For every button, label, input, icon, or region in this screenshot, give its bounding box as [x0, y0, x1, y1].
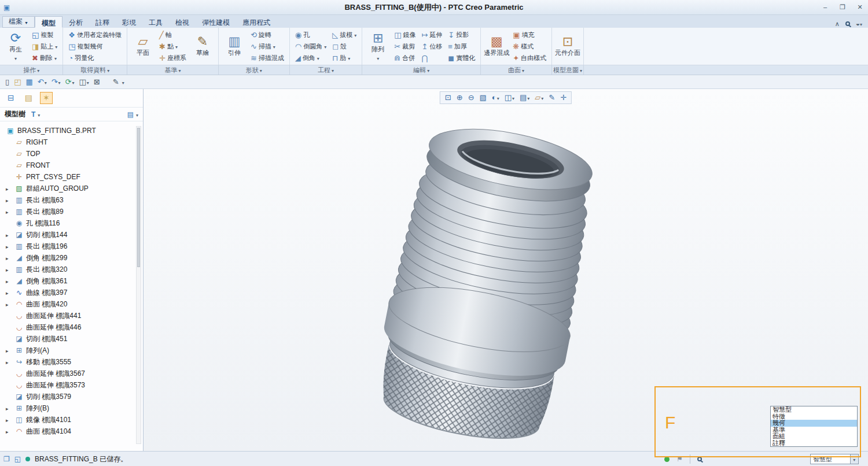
thicken-button[interactable]: 加厚 — [446, 40, 477, 52]
group-label-shapes[interactable]: 形狀 — [219, 65, 290, 75]
repaint-button[interactable] — [478, 93, 488, 102]
shell-button[interactable]: 殼 — [330, 40, 359, 52]
tree-item[interactable]: 陣列(B) — [6, 402, 143, 414]
tree-item[interactable]: 移動 標識3555 — [6, 356, 143, 368]
navigator-toggle-icon[interactable] — [3, 455, 10, 463]
close-button[interactable] — [855, 3, 865, 11]
window-manager-button[interactable] — [78, 77, 91, 87]
group-label-get-data[interactable]: 取得資料 — [63, 65, 127, 75]
tree-item[interactable]: 長出 標識63 — [6, 194, 143, 206]
zoom-in-button[interactable] — [455, 93, 465, 102]
draft-button[interactable]: 拔模 — [330, 29, 359, 40]
axis-button[interactable]: 軸 — [157, 29, 189, 40]
tree-item[interactable]: 長出 標識196 — [6, 241, 143, 252]
minimize-button[interactable] — [821, 3, 830, 11]
chamfer-button[interactable]: 倒角 — [293, 52, 329, 64]
expand-arrow-icon[interactable] — [6, 242, 12, 250]
group-label-model-intent[interactable]: 模型意圖 — [552, 65, 584, 75]
expand-arrow-icon[interactable] — [6, 416, 12, 424]
ribbon-tab[interactable]: 分析 — [62, 16, 89, 28]
expand-arrow-icon[interactable] — [6, 184, 12, 193]
group-label-datum[interactable]: 基準 — [127, 65, 219, 75]
ribbon-tab[interactable]: 彩現 — [116, 16, 142, 28]
extrude-button[interactable]: 引伸 — [222, 29, 247, 64]
redo-button[interactable] — [50, 77, 62, 87]
expand-arrow-icon[interactable] — [6, 231, 12, 239]
expand-arrow-icon[interactable] — [6, 277, 12, 285]
tree-item[interactable]: 曲線 標識397 — [6, 287, 143, 298]
revolve-button[interactable]: 旋轉 — [248, 29, 286, 40]
tree-item[interactable]: BRASS_FITTING_B.PRT — [6, 125, 143, 136]
sketch-button[interactable]: 草繪 — [190, 29, 215, 64]
select-pen-button[interactable] — [111, 77, 121, 87]
expand-arrow-icon[interactable] — [6, 358, 12, 366]
tree-item[interactable]: 曲面延伸 標識3567 — [6, 368, 143, 379]
expand-arrow-icon[interactable] — [6, 404, 12, 412]
freestyle-button[interactable]: 自由樣式 — [510, 52, 549, 64]
tree-item[interactable]: PRT_CSYS_DEF — [6, 171, 143, 183]
paste-button[interactable]: 貼上 — [30, 40, 60, 52]
tree-scrollbar-thumb[interactable] — [137, 128, 140, 267]
qat-customize-button[interactable] — [122, 78, 124, 86]
navigator-favorites-button[interactable] — [40, 92, 53, 104]
tree-item[interactable]: 孔 標識116 — [6, 217, 143, 229]
tree-item[interactable]: 曲面延伸 標識446 — [6, 321, 143, 333]
ribbon-tab[interactable]: 註釋 — [89, 16, 116, 28]
section-button[interactable] — [503, 93, 516, 102]
style-button[interactable]: 樣式 — [510, 40, 549, 52]
tree-item[interactable]: 鏡像 標識4101 — [6, 414, 143, 426]
3d-model-brass-fitting[interactable] — [329, 109, 644, 451]
saved-orientations-button[interactable] — [518, 93, 531, 102]
expand-arrow-icon[interactable] — [6, 196, 12, 204]
merge-button[interactable]: 合併 — [392, 52, 418, 64]
tree-settings-icon[interactable] — [127, 110, 134, 119]
search-filter-combobox[interactable]: 智慧型 — [810, 454, 859, 464]
project-button[interactable]: 投影 — [446, 29, 477, 40]
filter-dropdown-list[interactable]: 智慧型 特徵 幾何 基準 面組 註釋 — [770, 406, 858, 447]
new-file-button[interactable] — [3, 77, 11, 87]
solidify-button[interactable]: 實體化 — [446, 52, 477, 64]
group-label-editing[interactable]: 編輯 — [362, 65, 481, 75]
graphics-area[interactable] — [144, 89, 868, 451]
boundary-blend-button[interactable]: 邊界混成 — [484, 29, 509, 64]
mirror-button[interactable]: 鏡像 — [392, 29, 418, 40]
tree-item[interactable]: 曲面延伸 標識3573 — [6, 379, 143, 391]
open-file-button[interactable] — [12, 77, 23, 87]
maximize-button[interactable] — [838, 3, 847, 11]
expand-arrow-icon[interactable] — [6, 300, 12, 308]
file-menu-button[interactable]: 檔案 — [2, 16, 35, 28]
copy-button[interactable]: 複製 — [30, 29, 60, 40]
expand-arrow-icon[interactable] — [6, 346, 12, 354]
extend-button[interactable]: 延伸 — [419, 29, 444, 40]
expand-arrow-icon[interactable] — [6, 289, 12, 297]
intersect-button[interactable] — [419, 52, 444, 64]
hole-button[interactable]: 孔 — [293, 29, 329, 40]
annotation-display-button[interactable] — [547, 93, 557, 102]
tree-item[interactable]: RIGHT — [6, 136, 143, 148]
group-label-engineering[interactable]: 工程 — [290, 65, 362, 75]
shrinkwrap-button[interactable]: 羽量化 — [66, 52, 124, 64]
ribbon-tab[interactable]: 工具 — [142, 16, 169, 28]
expand-arrow-icon[interactable] — [6, 265, 12, 273]
tree-item[interactable]: 曲面 標識4104 — [6, 426, 143, 437]
minimize-ribbon-button[interactable] — [835, 20, 840, 28]
flag-icon[interactable] — [676, 455, 683, 463]
save-button[interactable] — [24, 77, 34, 87]
command-search-icon[interactable] — [845, 21, 850, 26]
group-label-surfaces[interactable]: 曲面 — [481, 65, 552, 75]
rib-button[interactable]: 肋 — [330, 52, 359, 64]
point-button[interactable]: 點 — [157, 40, 189, 52]
plane-button[interactable]: 平面 — [130, 29, 156, 64]
round-button[interactable]: 倒圓角 — [293, 40, 329, 52]
offset-button[interactable]: 位移 — [419, 40, 444, 52]
tree-item[interactable]: 切削 標識144 — [6, 229, 143, 241]
tree-item[interactable]: 曲面 標識420 — [6, 298, 143, 310]
browser-toggle-icon[interactable] — [14, 455, 21, 463]
zoom-out-button[interactable] — [466, 93, 476, 102]
ribbon-tab[interactable]: 彈性建模 — [196, 16, 236, 28]
tree-item[interactable]: 倒角 標識361 — [6, 275, 143, 287]
regenerate-button[interactable]: 再生 — [3, 29, 28, 64]
expand-arrow-icon[interactable] — [6, 254, 12, 262]
tree-item[interactable]: 倒角 標識299 — [6, 252, 143, 264]
tree-item[interactable]: 長出 標識89 — [6, 206, 143, 217]
